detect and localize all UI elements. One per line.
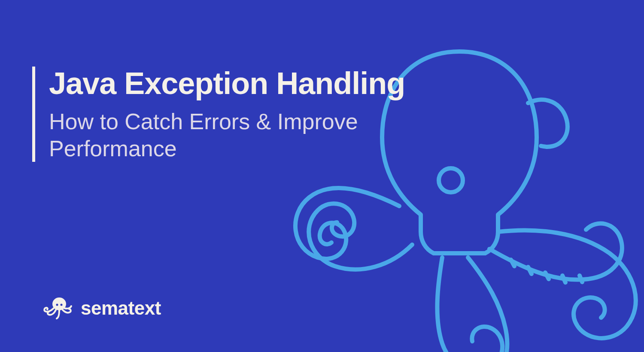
hero-title: Java Exception Handling xyxy=(49,67,435,100)
svg-point-0 xyxy=(439,168,463,192)
brand-logo: sematext xyxy=(43,296,161,320)
hero-subtitle: How to Catch Errors & Improve Performanc… xyxy=(49,108,435,162)
svg-point-2 xyxy=(56,304,58,306)
hero-content: Java Exception Handling How to Catch Err… xyxy=(32,67,435,162)
brand-name: sematext xyxy=(81,297,161,319)
svg-point-3 xyxy=(61,304,63,306)
sematext-octopus-icon xyxy=(43,296,73,320)
